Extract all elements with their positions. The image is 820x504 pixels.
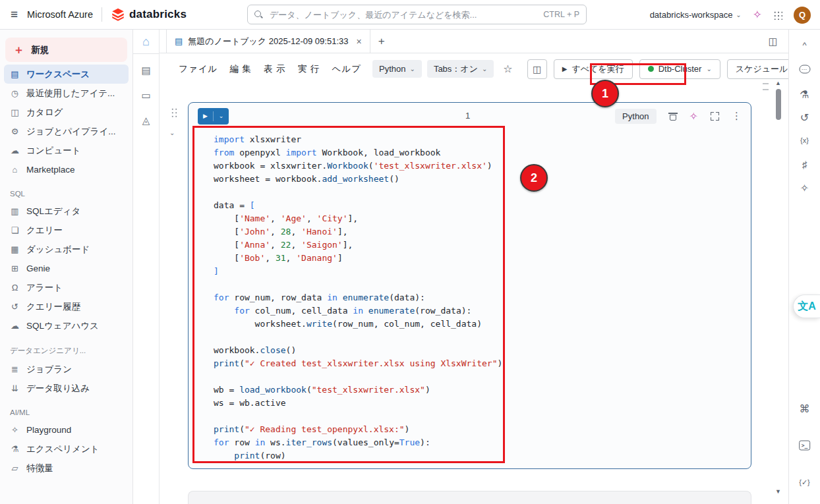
code-line[interactable]: [214, 278, 751, 291]
delete-cell-icon[interactable]: [669, 111, 677, 121]
code-line[interactable]: print("✓ Created test_xlsxwriter.xlsx us…: [214, 357, 751, 370]
databricks-logo-icon[interactable]: [111, 7, 125, 22]
experiments-flask-icon[interactable]: ⚗: [800, 88, 809, 101]
sidebar-item-marketplace[interactable]: ⌂Marketplace: [4, 160, 129, 179]
catalog-browser-button[interactable]: ◬: [133, 108, 159, 133]
close-tab-icon[interactable]: ×: [356, 36, 361, 47]
menu-file[interactable]: ファイル: [173, 63, 223, 75]
code-line[interactable]: print(row): [214, 449, 751, 462]
cell-drag-handle[interactable]: [171, 107, 178, 118]
cluster-selector[interactable]: Dtb-Cluster ⌄: [639, 59, 720, 79]
code-line[interactable]: from openpyxl import Workbook, load_work…: [214, 146, 751, 159]
sidebar-item-features[interactable]: ▱特徴量: [4, 459, 129, 478]
code-line[interactable]: for row in ws.iter_rows(values_only=True…: [214, 436, 751, 449]
code-line[interactable]: for col_num, cell_data in enumerate(row_…: [214, 304, 751, 318]
sidebar-item-data-ingestion[interactable]: ⇊データ取り込み: [4, 379, 129, 398]
dashboard-panel-button[interactable]: ◫: [527, 59, 547, 79]
new-tab-button[interactable]: +: [370, 30, 393, 53]
language-selector[interactable]: Python ⌄: [372, 60, 422, 78]
scrollbar-thumb[interactable]: [776, 89, 781, 120]
menu-view[interactable]: 表 示: [258, 63, 292, 75]
menu-help[interactable]: ヘルプ: [326, 63, 367, 75]
cell-language-badge[interactable]: Python: [615, 109, 656, 124]
sidebar-item-catalog[interactable]: ◫カタログ: [4, 103, 129, 122]
tabs-toggle[interactable]: Tabs：オン ⌄: [427, 60, 494, 78]
code-line[interactable]: wb = load_workbook("test_xlsxwriter.xlsx…: [214, 383, 751, 397]
sidebar-item-recents[interactable]: ◷最近使用したアイテ...: [4, 84, 129, 103]
variables-icon[interactable]: {x}: [800, 136, 809, 144]
cell-menu-icon[interactable]: ⋮: [732, 110, 742, 122]
scrollbar-up-icon[interactable]: ▲: [775, 80, 781, 86]
home-button[interactable]: ⌂: [133, 30, 159, 54]
code-line[interactable]: ['Name', 'Age', 'City'],: [214, 212, 751, 225]
assistant-icon[interactable]: ✧: [800, 182, 809, 194]
sidebar-item-queries[interactable]: ❏クエリー: [4, 221, 129, 240]
sidebar-item-alerts[interactable]: Ωアラート: [4, 278, 129, 297]
run-cell-button[interactable]: ▶ ⌄: [198, 108, 229, 125]
workspace-selector[interactable]: databricks-workspace ⌄: [650, 10, 742, 20]
table-of-contents-button[interactable]: ▤: [133, 58, 159, 83]
assistant-icon[interactable]: ✧: [689, 110, 698, 123]
avatar[interactable]: Q: [794, 7, 811, 24]
main-area: ▤ 無題のノートブック 2025-12-09 09:51:33 × + ◫ ファ…: [160, 30, 788, 504]
favorite-star-icon[interactable]: ☆: [499, 63, 516, 75]
keyboard-shortcuts-icon[interactable]: ⌘: [800, 403, 810, 415]
code-line[interactable]: for row_num, row_data in enumerate(data)…: [214, 291, 751, 304]
code-line[interactable]: worksheet.write(row_num, col_num, cell_d…: [214, 318, 751, 331]
comments-icon[interactable]: …: [799, 65, 810, 74]
topbar: ≡ Microsoft Azure databricks CTRL + P da…: [0, 0, 820, 30]
code-line[interactable]: ws = wb.active: [214, 397, 751, 410]
code-line[interactable]: import xlsxwriter: [214, 133, 751, 146]
code-line[interactable]: workbook.close(): [214, 344, 751, 357]
terminal-icon[interactable]: >_: [799, 441, 811, 451]
sidebar-item-workspace[interactable]: ▤ワークスペース: [4, 65, 129, 84]
split-view-icon[interactable]: ◫: [769, 36, 778, 47]
sidebar-item-genie[interactable]: ⊞Genie: [4, 259, 129, 278]
code-line[interactable]: [214, 186, 751, 199]
code-line[interactable]: [214, 331, 751, 344]
translate-button[interactable]: 文A: [793, 294, 820, 318]
scrollbar-down-icon[interactable]: ▼: [775, 488, 781, 495]
next-cell-partial[interactable]: [188, 491, 751, 504]
sidebar-item-sql-editor[interactable]: ▥SQLエディタ: [4, 202, 129, 221]
menu-edit[interactable]: 編 集: [223, 63, 258, 75]
run-all-button[interactable]: ▶ すべてを実行: [554, 59, 633, 79]
collapse-cell-icon[interactable]: ⌄: [169, 129, 175, 136]
sidebar-item-job-runs[interactable]: ≣ジョブラン: [4, 360, 129, 379]
notebook-tab[interactable]: ▤ 無題のノートブック 2025-12-09 09:51:33 ×: [166, 30, 370, 53]
hamburger-menu-icon[interactable]: ≡: [11, 7, 18, 22]
code-editor[interactable]: import xlsxwriterfrom openpyxl import Wo…: [189, 129, 751, 462]
sidebar-item-dashboards[interactable]: ▦ダッシュボード: [4, 240, 129, 259]
sidebar-item-playground[interactable]: ✧Playground: [4, 420, 129, 439]
code-line[interactable]: workbook = xlsxwriter.Workbook('test_xls…: [214, 159, 751, 173]
code-line[interactable]: print("✓ Reading test_openpyxl.xlsx:"): [214, 423, 751, 436]
code-line[interactable]: [214, 370, 751, 383]
new-button[interactable]: ＋ 新規: [5, 38, 127, 62]
environment-settings-icon[interactable]: ♯: [802, 159, 807, 170]
sidebar-item-jobs-pipelines[interactable]: ⚙ジョブとパイプライ...: [4, 122, 129, 141]
code-line[interactable]: ['Bob', 31, 'Danang']: [214, 252, 751, 265]
code-line[interactable]: ['John', 28, 'Hanoi'],: [214, 225, 751, 238]
sidebar-item-sql-warehouses[interactable]: ☁SQLウェアハウス: [4, 316, 129, 335]
sidebar-item-label: 特徴量: [26, 462, 53, 474]
sidebar-item-experiments[interactable]: ⚗エクスペリメント: [4, 439, 129, 459]
menu-run[interactable]: 実 行: [292, 63, 326, 75]
code-line[interactable]: ]: [214, 265, 751, 278]
apps-grid-icon[interactable]: [773, 11, 782, 20]
collapse-right-panel-icon[interactable]: ^: [802, 40, 806, 50]
version-history-icon[interactable]: ↺: [800, 111, 809, 124]
search-input[interactable]: [268, 9, 538, 20]
code-line[interactable]: ['Anna', 22, 'Saigon'],: [214, 238, 751, 252]
databricks-wordmark[interactable]: databricks: [129, 8, 187, 21]
code-line[interactable]: [214, 410, 751, 423]
search-bar[interactable]: CTRL + P: [247, 5, 587, 24]
expand-cell-icon[interactable]: [711, 112, 719, 121]
code-line[interactable]: worksheet = workbook.add_worksheet(): [214, 173, 751, 186]
schedule-button[interactable]: スケジュール: [727, 59, 797, 79]
code-line[interactable]: data = [: [214, 199, 751, 212]
sidebar-item-query-history[interactable]: ↺クエリー履歴: [4, 297, 129, 316]
sidebar-item-compute[interactable]: ☁コンピュート: [4, 141, 129, 160]
folder-browser-button[interactable]: ▭: [133, 83, 159, 108]
code-diagnostics-icon[interactable]: {✓}: [799, 478, 810, 487]
assistant-icon[interactable]: ✧: [753, 8, 762, 22]
